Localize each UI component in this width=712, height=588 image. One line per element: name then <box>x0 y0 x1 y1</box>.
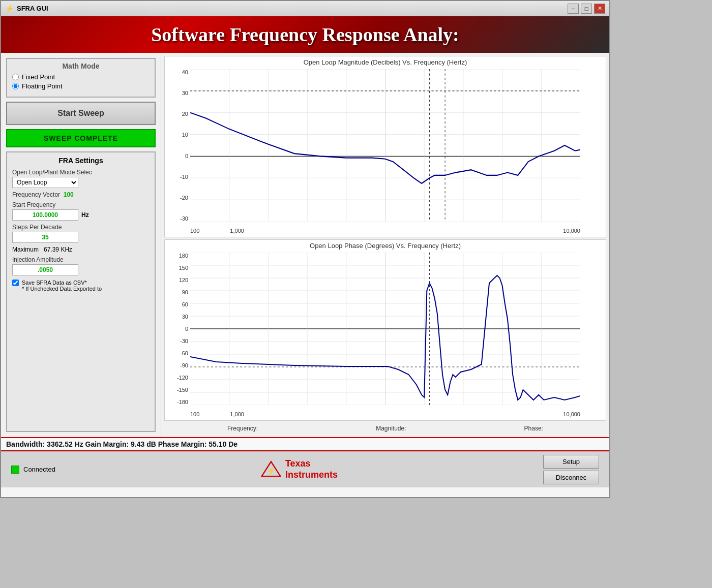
max-row: Maximum 67.39 KHz <box>12 246 150 253</box>
status-left: Connected <box>11 466 55 474</box>
ti-logo: ⚡ Texas Instruments <box>261 458 338 480</box>
info-bar <box>1 487 609 497</box>
sweep-complete-status: SWEEP COMPLETE <box>6 129 156 147</box>
floating-point-radio-row: Floating Point <box>12 82 150 90</box>
frequency-label: Frequency: <box>227 425 258 432</box>
phase-chart: Open Loop Phase (Degrees) Vs. Frequency … <box>164 239 606 421</box>
setup-button[interactable]: Setup <box>543 455 599 469</box>
freq-display: Frequency: Magnitude: Phase: <box>164 423 606 434</box>
phase-chart-title: Open Loop Phase (Degrees) Vs. Frequency … <box>165 240 606 251</box>
steps-label: Steps Per Decade <box>12 224 150 231</box>
save-csv-row: Save SFRA Data as CSV* * If Unchecked Da… <box>12 280 150 292</box>
magnitude-chart-title: Open Loop Magnitude (Decibels) Vs. Frequ… <box>165 56 606 67</box>
phase-chart-inner: 180 150 120 90 60 30 0 -30 -60 -90 -120 … <box>190 253 580 405</box>
ti-name: Texas Instruments <box>285 458 338 480</box>
main-content: Math Mode Fixed Point Floating Point Sta… <box>1 53 609 437</box>
svg-text:⚡: ⚡ <box>267 467 275 475</box>
mode-dropdown[interactable]: Open Loop Plant Mode <box>12 177 78 188</box>
max-value: 67.39 KHz <box>44 246 72 253</box>
app-title: Software Frequency Response Analy: <box>151 23 459 46</box>
bottom-bar-text: Bandwidth: 3362.52 Hz Gain Margin: 9.43 … <box>6 440 238 448</box>
title-bar-buttons: − □ ✕ <box>568 4 605 14</box>
fra-settings-title: FRA Settings <box>12 157 150 165</box>
math-mode-box: Math Mode Fixed Point Floating Point <box>6 58 156 98</box>
mode-label: Open Loop/Plant Mode Selec <box>12 169 150 176</box>
phase-chart-svg <box>190 253 580 405</box>
floating-point-label: Floating Point <box>22 82 63 90</box>
connected-label: Connected <box>23 466 55 473</box>
minimize-button[interactable]: − <box>568 4 579 14</box>
magnitude-label: Magnitude: <box>376 425 406 432</box>
floating-point-radio[interactable] <box>12 83 19 89</box>
fra-settings-box: FRA Settings Open Loop/Plant Mode Selec … <box>6 151 156 432</box>
start-freq-input[interactable] <box>12 209 78 221</box>
app-icon: ⚡ <box>5 5 14 13</box>
injection-input[interactable] <box>12 264 78 275</box>
phase-label: Phase: <box>524 425 543 432</box>
start-freq-label: Start Frequency <box>12 201 150 208</box>
title-bar-left: ⚡ SFRA GUI <box>5 5 48 13</box>
window-title: SFRA GUI <box>17 5 48 12</box>
steps-row <box>12 232 150 243</box>
main-window: ⚡ SFRA GUI − □ ✕ Software Frequency Resp… <box>0 0 610 498</box>
close-button[interactable]: ✕ <box>594 4 605 14</box>
ti-name-line1: Texas <box>285 458 311 469</box>
ti-logo-icon: ⚡ <box>261 460 281 478</box>
start-sweep-button[interactable]: Start Sweep <box>6 102 156 125</box>
status-buttons: Setup Disconnec <box>543 455 599 484</box>
phase-x-labels: 100 1,000 10,000 <box>190 411 580 417</box>
fixed-point-radio[interactable] <box>12 74 19 80</box>
disconnect-button[interactable]: Disconnec <box>543 471 599 484</box>
ti-name-line2: Instruments <box>285 470 338 480</box>
bottom-bar: Bandwidth: 3362.52 Hz Gain Margin: 9.43 … <box>1 437 609 451</box>
mode-dropdown-row: Open Loop Plant Mode <box>12 177 150 188</box>
maximize-button[interactable]: □ <box>581 4 592 14</box>
injection-row <box>12 264 150 275</box>
magnitude-chart: Open Loop Magnitude (Decibels) Vs. Frequ… <box>164 56 606 237</box>
save-csv-label: Save SFRA Data as CSV* <box>22 280 102 286</box>
steps-input[interactable] <box>12 232 78 243</box>
save-csv-checkbox[interactable] <box>12 280 19 286</box>
start-freq-unit: Hz <box>81 211 89 219</box>
sidebar: Math Mode Fixed Point Floating Point Sta… <box>1 53 161 437</box>
phase-y-labels: 180 150 120 90 60 30 0 -30 -60 -90 -120 … <box>166 253 188 405</box>
magnitude-x-labels: 100 1,000 10,000 <box>190 228 580 234</box>
injection-label: Injection Amplitude <box>12 256 150 263</box>
magnitude-chart-inner: 40 30 20 10 0 -10 -20 -30 <box>190 69 580 222</box>
freq-vector-row: Frequency Vector 100 <box>12 191 150 198</box>
freq-vector-value: 100 <box>64 191 74 198</box>
ti-logo-row: ⚡ Texas Instruments <box>261 458 338 480</box>
math-mode-title: Math Mode <box>12 62 150 70</box>
save-csv-note: * If Unchecked Data Exported to <box>22 286 102 292</box>
start-freq-row: Hz <box>12 209 150 221</box>
max-label: Maximum <box>12 246 39 253</box>
header-banner: Software Frequency Response Analy: <box>1 16 609 53</box>
magnitude-y-labels: 40 30 20 10 0 -10 -20 -30 <box>166 69 188 222</box>
charts-area: Open Loop Magnitude (Decibels) Vs. Frequ… <box>161 53 609 437</box>
fixed-point-label: Fixed Point <box>22 73 55 81</box>
status-bar: Connected ⚡ Texas Instruments Set <box>1 451 609 487</box>
connected-indicator <box>11 466 19 474</box>
magnitude-chart-svg <box>190 69 580 222</box>
title-bar: ⚡ SFRA GUI − □ ✕ <box>1 1 609 16</box>
save-csv-labels: Save SFRA Data as CSV* * If Unchecked Da… <box>22 280 102 292</box>
fixed-point-radio-row: Fixed Point <box>12 73 150 81</box>
